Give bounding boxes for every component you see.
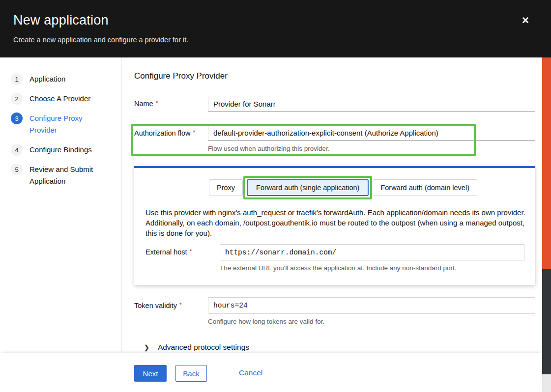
- step-label: Application: [29, 73, 65, 85]
- wizard-main-panel: Configure Proxy Provider Name* Authoriza…: [122, 57, 542, 353]
- step-configure-bindings[interactable]: 4 Configure Bindings: [0, 140, 121, 160]
- advanced-protocol-settings-label: Advanced protocol settings: [158, 343, 249, 352]
- step-label: Choose A Provider: [29, 93, 90, 105]
- token-validity-input[interactable]: [208, 297, 535, 313]
- advanced-protocol-settings-toggle[interactable]: ❯ Advanced protocol settings: [144, 343, 249, 352]
- tab-proxy[interactable]: Proxy: [209, 179, 243, 196]
- selected-tab-annotation-box: Forward auth (single application): [243, 176, 372, 199]
- token-validity-label-text: Token validity: [134, 302, 177, 309]
- step-configure-proxy-provider[interactable]: 3 Configure Proxy Provider: [0, 109, 121, 140]
- card-accent-bar: [134, 166, 535, 168]
- name-label: Name*: [134, 100, 158, 108]
- wizard-step-nav: 1 Application 2 Choose A Provider 3 Conf…: [0, 57, 122, 353]
- step-number-badge: 4: [11, 144, 23, 156]
- step-label: Configure Proxy Provider: [29, 112, 103, 136]
- step-number-badge: 5: [11, 164, 23, 175]
- step-number-badge: 2: [11, 93, 23, 105]
- required-asterisk: *: [156, 100, 158, 107]
- step-review-and-submit[interactable]: 5 Review and Submit Application: [0, 160, 121, 191]
- name-label-text: Name: [134, 100, 153, 108]
- forward-auth-description: Use this provider with nginx's auth_requ…: [145, 207, 528, 238]
- step-number-badge: 3: [11, 112, 23, 124]
- required-asterisk: *: [193, 129, 195, 136]
- required-asterisk: *: [179, 302, 182, 308]
- chevron-right-icon: ❯: [144, 344, 149, 351]
- cancel-button[interactable]: Cancel: [239, 368, 262, 377]
- step-label: Configure Bindings: [29, 144, 92, 156]
- tab-forward-auth-single-application[interactable]: Forward auth (single application): [247, 179, 369, 196]
- proxy-mode-tabs: Proxy Forward auth (single application) …: [209, 176, 477, 199]
- new-application-wizard: New application Create a new application…: [0, 0, 551, 392]
- next-button[interactable]: Next: [134, 365, 167, 382]
- step-label: Review and Submit Application: [29, 164, 103, 187]
- authorization-flow-select[interactable]: [208, 125, 535, 141]
- modal-header: New application Create a new application…: [0, 0, 551, 57]
- proxy-mode-card: Proxy Forward auth (single application) …: [134, 166, 535, 285]
- authorization-flow-help: Flow used when authorizing this provider…: [208, 145, 330, 152]
- tab-forward-auth-domain-level[interactable]: Forward auth (domain level): [373, 179, 477, 196]
- token-validity-label: Token validity*: [134, 302, 182, 309]
- step-application[interactable]: 1 Application: [0, 69, 121, 89]
- wizard-footer: Next Back Cancel: [0, 353, 542, 392]
- page-edge-dark-strip: [542, 269, 551, 374]
- back-button[interactable]: Back: [175, 365, 207, 382]
- token-validity-help: Configure how long tokens are valid for.: [208, 318, 324, 325]
- authorization-flow-label: Authorization flow*: [134, 129, 195, 137]
- page-edge-orange-strip: [542, 57, 551, 269]
- step-choose-a-provider[interactable]: 2 Choose A Provider: [0, 89, 121, 109]
- page-title: Configure Proxy Provider: [134, 71, 228, 81]
- external-host-label: External host*: [145, 248, 192, 256]
- page-edge-light-strip: [542, 374, 551, 392]
- required-asterisk: *: [190, 248, 192, 255]
- external-host-help: The external URL you'll access the appli…: [220, 264, 457, 272]
- authorization-flow-label-text: Authorization flow: [134, 129, 190, 137]
- close-icon[interactable]: ✕: [519, 14, 532, 28]
- name-input[interactable]: [208, 96, 535, 112]
- step-number-badge: 1: [11, 73, 23, 85]
- external-host-label-text: External host: [145, 248, 187, 256]
- external-host-input[interactable]: [220, 244, 524, 260]
- modal-subtitle: Create a new application and configure a…: [13, 36, 188, 44]
- modal-title: New application: [13, 13, 109, 28]
